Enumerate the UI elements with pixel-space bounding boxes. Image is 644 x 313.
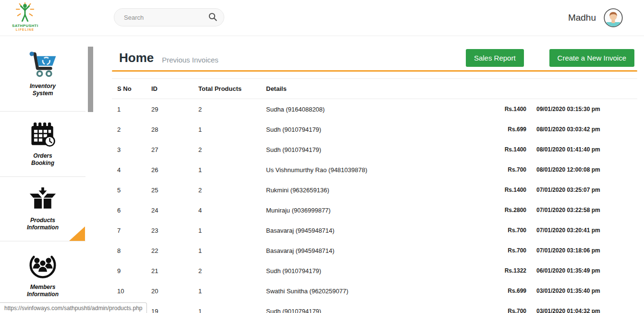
cell-datetime: 03/01/2020 01:04:32 pm	[536, 308, 637, 313]
cell-datetime: 06/01/2020 01:35:49 pm	[536, 267, 637, 274]
cell-id: 20	[151, 288, 198, 295]
page-subtitle: Previous Invoices	[162, 56, 219, 64]
table-row[interactable]: 10 20 1 Swathi Sunitha (9620259077) Rs.6…	[112, 281, 637, 301]
cell-amount: Rs.699	[478, 288, 526, 294]
cell-amount: Rs.1400	[478, 106, 526, 113]
cell-total-products: 1	[198, 247, 266, 254]
search-button[interactable]	[208, 12, 218, 23]
cell-details: Sudh (9010794179)	[266, 267, 478, 275]
cell-total-products: 1	[198, 166, 266, 174]
sidebar-item-label: Inventory System	[30, 83, 56, 97]
cell-total-products: 2	[198, 106, 266, 113]
sidebar-item-label: Orders Booking	[31, 152, 54, 167]
table-row[interactable]: 6 24 4 Muniraju (9036999877) Rs.2800 07/…	[112, 200, 637, 220]
cell-amount: Rs.1400	[478, 187, 526, 193]
table-row[interactable]: 8 22 1 Basavaraj (9945948714) Rs.700 07/…	[112, 240, 637, 261]
cell-details: Basavaraj (9945948714)	[266, 227, 478, 234]
cell-id: 25	[151, 187, 198, 194]
sidebar-scrollbar-thumb[interactable]	[88, 47, 93, 112]
search-icon	[208, 12, 218, 23]
cell-total-products: 1	[198, 126, 266, 133]
cell-amount: Rs.2800	[478, 207, 526, 213]
cell-details: Sudha (9164088208)	[266, 106, 478, 113]
sidebar-item-products-information[interactable]: Products Information	[0, 177, 85, 241]
cell-details: Rukmini (9632659136)	[266, 187, 478, 194]
sales-report-button[interactable]: Sales Report	[466, 49, 524, 67]
cell-total-products: 1	[198, 288, 266, 295]
cell-id: 19	[151, 308, 198, 313]
column-header-details: Details	[266, 85, 637, 92]
user-avatar[interactable]	[604, 8, 623, 27]
cell-id: 27	[151, 146, 198, 153]
cell-sno: 10	[112, 288, 151, 295]
cell-amount: Rs.699	[478, 126, 526, 133]
cell-id: 29	[151, 106, 198, 113]
cell-total-products: 1	[198, 227, 266, 234]
products-box-icon	[28, 187, 57, 214]
main-content: Home Previous Invoices Sales Report Crea…	[112, 36, 637, 313]
cell-amount: Rs.700	[478, 247, 526, 254]
logo-text-secondary: LIFELINE	[12, 28, 38, 32]
cell-sno: 2	[112, 126, 151, 133]
app-logo[interactable]: SATHPUSHTI LIFELINE	[12, 2, 38, 32]
logo-text-primary: SATHPUSHTI	[12, 24, 38, 28]
cell-amount: Rs.700	[478, 308, 526, 313]
cell-details: Basavaraj (9945948714)	[266, 247, 478, 254]
cell-details: Swathi Sunitha (9620259077)	[266, 288, 478, 295]
sidebar: Inventory System Orders Boo	[0, 36, 101, 313]
column-header-id: ID	[151, 85, 198, 92]
table-row[interactable]: 3 27 2 Sudh (9010794179) Rs.1400 08/01/2…	[112, 139, 637, 160]
cell-datetime: 08/01/2020 03:03:42 pm	[536, 126, 637, 133]
cell-sno: 8	[112, 247, 151, 254]
cell-datetime: 09/01/2020 03:15:30 pm	[536, 106, 637, 113]
cell-sno: 1	[112, 106, 151, 113]
cell-amount: Rs.700	[478, 166, 526, 173]
table-row[interactable]: 9 21 2 Sudh (9010794179) Rs.1322 06/01/2…	[112, 261, 637, 281]
inventory-cart-icon	[27, 50, 58, 80]
cell-total-products: 2	[198, 146, 266, 153]
cell-total-products: 4	[198, 207, 266, 214]
search-bar	[114, 8, 224, 26]
table-row[interactable]: 1 29 2 Sudha (9164088208) Rs.1400 09/01/…	[112, 99, 637, 119]
cell-total-products: 1	[198, 308, 266, 313]
table-row[interactable]: 4 26 1 Us Vishnumurthy Rao (9481039878) …	[112, 160, 637, 180]
user-name[interactable]: Madhu	[568, 13, 596, 23]
page-header: Home Previous Invoices Sales Report Crea…	[112, 49, 637, 67]
topbar: SATHPUSHTI LIFELINE Madhu	[0, 0, 644, 36]
sidebar-item-label: Members Information	[27, 284, 59, 298]
user-menu: Madhu	[568, 6, 623, 30]
cell-sno: 3	[112, 146, 151, 153]
cell-id: 26	[151, 166, 198, 174]
orders-calendar-icon	[29, 121, 57, 150]
cell-sno: 4	[112, 166, 151, 174]
cell-id: 23	[151, 227, 198, 234]
cell-amount: Rs.1322	[478, 267, 526, 274]
cell-id: 22	[151, 247, 198, 254]
cell-details: Muniraju (9036999877)	[266, 207, 478, 214]
table-row[interactable]: 5 25 2 Rukmini (9632659136) Rs.1400 07/0…	[112, 180, 637, 200]
cell-datetime: 07/01/2020 03:25:07 pm	[536, 187, 637, 193]
invoice-table-body: 1 29 2 Sudha (9164088208) Rs.1400 09/01/…	[112, 99, 637, 313]
cell-datetime: 08/01/2020 12:00:08 pm	[536, 166, 637, 173]
cell-total-products: 2	[198, 187, 266, 194]
table-row[interactable]: 7 23 1 Basavaraj (9945948714) Rs.700 07/…	[112, 220, 637, 240]
create-new-invoice-button[interactable]: Create a New Invoice	[549, 49, 634, 67]
search-input[interactable]	[123, 13, 208, 22]
invoice-table-header: S No ID Total Products Details	[112, 79, 637, 99]
cell-total-products: 2	[198, 267, 266, 275]
table-row[interactable]: 11 19 1 Sudh (9010794179) Rs.700 03/01/2…	[112, 301, 637, 313]
table-row[interactable]: 2 28 1 Sudh (9010794179) Rs.699 08/01/20…	[112, 119, 637, 139]
sidebar-item-orders-booking[interactable]: Orders Booking	[0, 112, 85, 177]
cell-sno: 6	[112, 207, 151, 214]
cell-id: 24	[151, 207, 198, 214]
cell-datetime: 07/01/2020 03:22:58 pm	[536, 207, 637, 213]
sidebar-item-inventory-system[interactable]: Inventory System	[0, 36, 85, 112]
column-header-total-products: Total Products	[198, 85, 266, 92]
cell-sno: 7	[112, 227, 151, 234]
cell-details: Us Vishnumurthy Rao (9481039878)	[266, 166, 478, 174]
sidebar-item-members-information[interactable]: Members Information	[0, 241, 85, 309]
members-people-icon	[28, 252, 57, 281]
cell-amount: Rs.700	[478, 227, 526, 234]
page-title: Home	[119, 50, 154, 65]
cell-sno: 5	[112, 187, 151, 194]
